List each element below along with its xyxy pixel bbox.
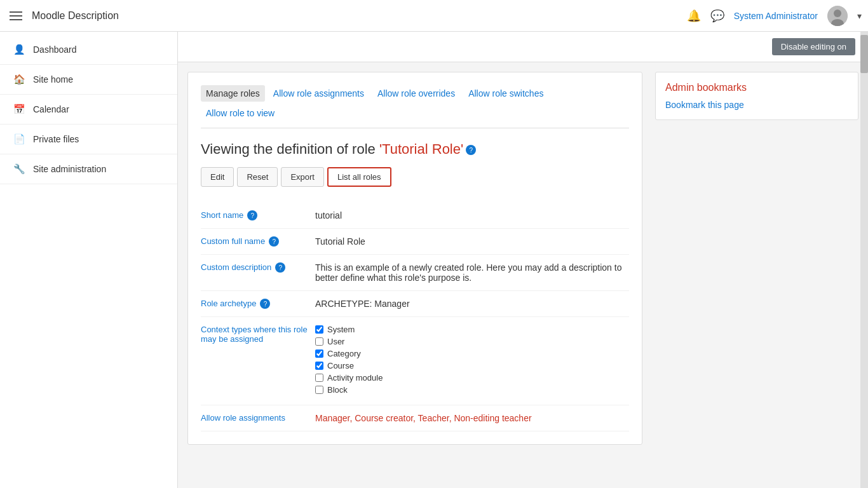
context-user: User — [315, 337, 629, 346]
heading-help-icon[interactable]: ? — [466, 145, 476, 155]
site-name: Moodle Description — [32, 10, 119, 22]
sidebar-item-site-home[interactable]: 🏠 Site home — [0, 65, 177, 95]
context-course: Course — [315, 361, 629, 370]
tab-manage-roles[interactable]: Manage roles — [201, 85, 265, 102]
def-value-allow-role-assignments: Manager, Course creator, Teacher, Non-ed… — [315, 413, 629, 423]
main-layout: 👤 Dashboard 🏠 Site home 📅 Calendar 📄 Pri… — [0, 32, 868, 488]
def-label-allow-role-assignments: Allow role assignments — [201, 413, 315, 423]
bookmarks-heading: Admin bookmarks — [665, 82, 848, 93]
dashboard-icon: 👤 — [13, 44, 25, 55]
navbar-right: 🔔 💬 System Administrator ▾ — [687, 6, 862, 26]
user-menu-chevron[interactable]: ▾ — [857, 11, 862, 21]
def-value-short-name: tutorial — [315, 210, 629, 220]
bookmark-this-page-link[interactable]: Bookmark this page — [665, 100, 744, 110]
sidebar-item-site-admin-label: Site administration — [33, 164, 106, 174]
tab-allow-role-switches[interactable]: Allow role switches — [463, 85, 548, 102]
sidebar-item-site-admin[interactable]: 🔧 Site administration — [0, 154, 177, 184]
def-value-role-archetype: ARCHETYPE: Manager — [315, 299, 629, 309]
context-category-checkbox[interactable] — [315, 349, 323, 358]
role-archetype-help-icon[interactable]: ? — [260, 299, 270, 309]
heading-prefix: Viewing the definition of role — [201, 141, 379, 157]
def-row-custom-description: Custom description ? This is an example … — [201, 255, 629, 291]
main-content: Disable editing on Manage roles Allow ro… — [178, 32, 868, 488]
file-icon: 📄 — [13, 133, 25, 145]
def-label-context-types: Context types where this role may be ass… — [201, 325, 315, 344]
home-icon: 🏠 — [13, 74, 25, 85]
tab-allow-role-to-view[interactable]: Allow role to view — [201, 105, 280, 121]
sidebar-item-calendar[interactable]: 📅 Calendar — [0, 95, 177, 125]
sidebar: 👤 Dashboard 🏠 Site home 📅 Calendar 📄 Pri… — [0, 32, 178, 488]
def-row-role-archetype: Role archetype ? ARCHETYPE: Manager — [201, 291, 629, 317]
def-label-short-name: Short name ? — [201, 210, 315, 220]
context-block-checkbox[interactable] — [315, 386, 323, 394]
sidebar-item-dashboard-label: Dashboard — [33, 44, 77, 55]
sidebar-item-private-files[interactable]: 📄 Private files — [0, 125, 177, 154]
context-activity-module: Activity module — [315, 373, 629, 383]
def-label-custom-full-name: Custom full name ? — [201, 236, 315, 247]
avatar[interactable] — [827, 6, 848, 26]
page-wrapper: Manage roles Allow role assignments Allo… — [178, 62, 868, 454]
wrench-icon: 🔧 — [13, 163, 25, 175]
top-strip: Disable editing on — [178, 32, 868, 62]
page-main: Manage roles Allow role assignments Allo… — [187, 72, 642, 445]
calendar-icon: 📅 — [13, 104, 25, 115]
custom-full-name-help-icon[interactable]: ? — [269, 236, 279, 247]
context-category: Category — [315, 349, 629, 358]
custom-description-help-icon[interactable]: ? — [275, 262, 285, 273]
scrollbar-track — [860, 32, 868, 488]
tab-allow-role-assignments[interactable]: Allow role assignments — [268, 85, 369, 102]
edit-button[interactable]: Edit — [201, 167, 234, 187]
tabs: Manage roles Allow role assignments Allo… — [201, 85, 629, 128]
disable-editing-button[interactable]: Disable editing on — [772, 38, 855, 55]
chat-icon[interactable]: 💬 — [710, 9, 724, 23]
page-heading: Viewing the definition of role 'Tutorial… — [201, 141, 629, 158]
sidebar-item-dashboard[interactable]: 👤 Dashboard — [0, 35, 177, 65]
user-name[interactable]: System Administrator — [734, 11, 818, 21]
action-buttons: Edit Reset Export List all roles — [201, 167, 629, 187]
hamburger-menu[interactable] — [6, 8, 25, 24]
def-value-custom-description: This is an example of a newly created ro… — [315, 262, 629, 283]
sidebar-item-site-home-label: Site home — [33, 74, 73, 85]
export-button[interactable]: Export — [281, 167, 324, 187]
tab-allow-role-overrides[interactable]: Allow role overrides — [372, 85, 460, 102]
def-label-role-archetype: Role archetype ? — [201, 299, 315, 309]
svg-point-1 — [834, 10, 841, 17]
role-name: 'Tutorial Role' — [379, 141, 463, 157]
top-navbar: Moodle Description 🔔 💬 System Administra… — [0, 0, 868, 32]
def-value-context-types: System User Category — [315, 325, 629, 397]
short-name-help-icon[interactable]: ? — [247, 210, 257, 220]
definition-table: Short name ? tutorial Custom full name ?… — [201, 203, 629, 431]
context-course-checkbox[interactable] — [315, 362, 323, 370]
context-user-checkbox[interactable] — [315, 337, 323, 346]
bell-icon[interactable]: 🔔 — [687, 9, 701, 23]
def-row-allow-role-assignments: Allow role assignments Manager, Course c… — [201, 405, 629, 431]
page-aside: Admin bookmarks Bookmark this page — [655, 72, 858, 445]
reset-button[interactable]: Reset — [237, 167, 278, 187]
sidebar-item-private-files-label: Private files — [33, 134, 79, 144]
context-system-checkbox[interactable] — [315, 325, 323, 334]
def-row-custom-full-name: Custom full name ? Tutorial Role — [201, 229, 629, 255]
list-all-roles-button[interactable]: List all roles — [327, 167, 391, 187]
admin-bookmarks: Admin bookmarks Bookmark this page — [655, 72, 858, 120]
def-row-context-types: Context types where this role may be ass… — [201, 317, 629, 405]
def-row-short-name: Short name ? tutorial — [201, 203, 629, 229]
sidebar-item-calendar-label: Calendar — [33, 104, 69, 114]
context-system: System — [315, 325, 629, 334]
scrollbar-thumb[interactable] — [860, 35, 868, 73]
navbar-brand: Moodle Description — [6, 8, 119, 24]
context-block: Block — [315, 385, 629, 395]
def-label-custom-description: Custom description ? — [201, 262, 315, 273]
context-activity-module-checkbox[interactable] — [315, 374, 323, 382]
def-value-custom-full-name: Tutorial Role — [315, 236, 629, 247]
